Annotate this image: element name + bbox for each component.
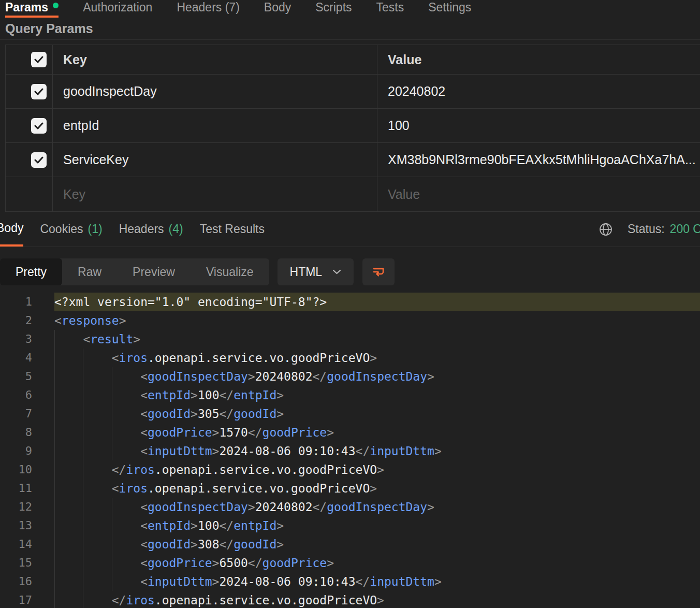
code-line: 17</iros.openapi.service.vo.goodPriceVO>: [0, 591, 700, 608]
code-line: 13<entpId>100</entpId>: [0, 516, 700, 535]
code-text: <?xml version="1.0" encoding="UTF-8"?>: [54, 293, 700, 311]
line-number: 12: [0, 498, 32, 516]
indent-guide: [83, 516, 111, 535]
indent-guide: [112, 516, 140, 535]
new-param-value-cell: [377, 177, 700, 211]
param-value[interactable]: 20240802: [377, 75, 700, 108]
code-text: <entpId>100</entpId>: [54, 516, 700, 535]
view-mode-pretty[interactable]: Pretty: [0, 258, 62, 285]
row-checkbox[interactable]: [31, 152, 47, 168]
response-tab-cookies[interactable]: Cookies (1): [40, 212, 102, 247]
code-line: 12<goodInspectDay>20240802</goodInspectD…: [0, 498, 700, 516]
view-mode-visualize[interactable]: Visualize: [191, 258, 269, 285]
new-param-row: [6, 177, 700, 211]
response-tab-body[interactable]: Body: [0, 212, 23, 247]
table-row: entpId 100: [6, 109, 700, 143]
view-mode-preview[interactable]: Preview: [117, 258, 191, 285]
response-tab-label: Cookies: [40, 222, 83, 236]
section-title: Query Params: [5, 21, 93, 36]
indent-guide: [54, 554, 83, 572]
code-text: <iros.openapi.service.vo.goodPriceVO>: [54, 479, 700, 498]
status-value: 200 OK: [670, 222, 700, 236]
param-value[interactable]: 100: [377, 109, 700, 142]
code-text: <result>: [54, 330, 700, 349]
indent-guide: [112, 442, 140, 460]
row-checkbox-cell: [6, 143, 52, 177]
view-mode-raw[interactable]: Raw: [62, 258, 117, 285]
tab-body[interactable]: Body: [264, 0, 291, 18]
query-params-header: Query Params: [0, 18, 700, 40]
indent-guide: [54, 442, 83, 460]
indent-guide: [83, 386, 111, 404]
select-all-checkbox[interactable]: [31, 52, 47, 67]
new-param-value-input[interactable]: [388, 187, 690, 202]
row-checkbox[interactable]: [31, 118, 47, 134]
view-mode-group: Pretty Raw Preview Visualize: [0, 258, 269, 285]
globe-icon[interactable]: [598, 222, 614, 237]
indent-guide: [112, 572, 140, 591]
new-param-key-input[interactable]: [63, 187, 367, 202]
code-text: <response>: [54, 311, 700, 330]
response-meta: Status: 200 OK: [598, 212, 700, 247]
indent-guide: [54, 591, 83, 608]
code-line: 10</iros.openapi.service.vo.goodPriceVO>: [0, 460, 700, 479]
indent-guide: [83, 367, 111, 386]
table-header-row: Key Value: [6, 45, 700, 75]
indent-guide: [54, 535, 83, 554]
headers-count-badge: (4): [169, 222, 183, 236]
code-line: 14<goodId>308</goodId>: [0, 535, 700, 554]
indent-guide: [83, 572, 111, 591]
row-checkbox[interactable]: [31, 84, 47, 99]
param-key[interactable]: goodInspectDay: [52, 75, 377, 108]
param-key[interactable]: ServiceKey: [52, 143, 377, 177]
code-line: 3<result>: [0, 330, 700, 349]
request-tabs: Params Authorization Headers (7) Body Sc…: [0, 0, 700, 18]
response-tab-headers[interactable]: Headers (4): [119, 212, 183, 247]
chevron-down-icon: [332, 269, 341, 274]
line-number: 5: [0, 367, 32, 386]
tab-authorization[interactable]: Authorization: [83, 0, 152, 18]
response-tab-test-results[interactable]: Test Results: [200, 212, 265, 247]
indent-guide: [83, 591, 111, 608]
line-number: 7: [0, 404, 32, 423]
code-line: 5<goodInspectDay>20240802</goodInspectDa…: [0, 367, 700, 386]
tab-scripts[interactable]: Scripts: [315, 0, 352, 18]
tab-params[interactable]: Params: [5, 0, 59, 18]
tab-headers[interactable]: Headers (7): [177, 0, 239, 18]
response-body-code[interactable]: 1<?xml version="1.0" encoding="UTF-8"?>2…: [0, 293, 700, 608]
tab-tests[interactable]: Tests: [376, 0, 404, 18]
response-view-bar: Pretty Raw Preview Visualize HTML: [0, 258, 700, 285]
select-all-cell: [6, 45, 52, 74]
line-number: 14: [0, 535, 32, 554]
line-number: 8: [0, 423, 32, 442]
cookies-count-badge: (1): [88, 222, 103, 236]
indent-guide: [54, 516, 83, 535]
beautify-button[interactable]: [362, 258, 395, 285]
line-number: 1: [0, 293, 32, 311]
param-key[interactable]: entpId: [52, 109, 377, 142]
response-tab-label: Headers: [119, 222, 164, 236]
line-number: 16: [0, 572, 32, 591]
code-line: 1<?xml version="1.0" encoding="UTF-8"?>: [0, 293, 700, 311]
code-line: 16<inputDttm>2024-08-06 09:10:43</inputD…: [0, 572, 700, 591]
status-label: Status:: [628, 222, 665, 236]
indent-guide: [54, 423, 83, 442]
param-value[interactable]: XM38b9NRl3rme90bFEAXkx5tMhliHgoaAChXa7hA…: [377, 143, 700, 177]
code-line: 6<entpId>100</entpId>: [0, 386, 700, 404]
response-tab-label: Body: [0, 221, 23, 235]
query-params-table: Key Value goodInspectDay 20240802 entpId…: [5, 45, 700, 212]
indent-guide: [112, 404, 140, 423]
indent-guide: [83, 404, 111, 423]
format-select-value: HTML: [290, 265, 323, 279]
tab-settings[interactable]: Settings: [428, 0, 471, 18]
code-text: <goodInspectDay>20240802</goodInspectDay…: [54, 367, 700, 386]
format-select[interactable]: HTML: [278, 258, 354, 285]
code-text: </iros.openapi.service.vo.goodPriceVO>: [54, 460, 700, 479]
line-number: 3: [0, 330, 32, 349]
line-number: 9: [0, 442, 32, 460]
indent-guide: [112, 498, 140, 516]
column-header-key: Key: [52, 45, 377, 74]
response-tab-label: Test Results: [200, 222, 265, 236]
code-text: <goodId>305</goodId>: [54, 404, 700, 423]
code-text: <entpId>100</entpId>: [54, 386, 700, 404]
